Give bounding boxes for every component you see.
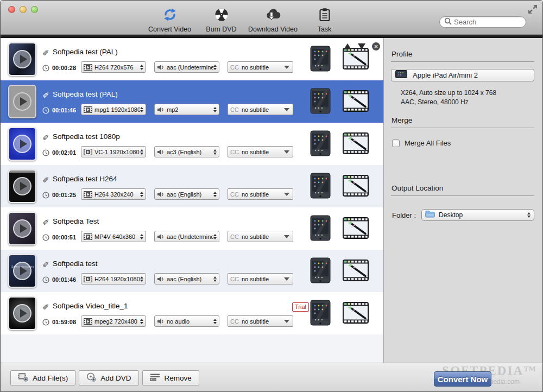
audio-track-select[interactable]: aac (English): [154, 188, 219, 200]
traffic-lights: [8, 6, 38, 13]
stepper-icon: [140, 192, 143, 197]
stepper-icon: [140, 149, 143, 155]
list-item[interactable]: ✎ Softpedia test (PAL) 00:01:46 mpg1 192…: [1, 80, 383, 123]
audio-track-select[interactable]: no audio: [154, 315, 219, 327]
audio-track-select[interactable]: aac (Undetermined): [154, 61, 219, 73]
video-format-select[interactable]: MP4V 640x360: [81, 231, 146, 242]
subtitle-select[interactable]: CC no subtitle: [228, 61, 293, 73]
stepper-icon: [140, 276, 143, 282]
audio-track-value: aac (Undetermined): [167, 64, 213, 71]
chevron-down-icon: [284, 235, 289, 238]
device-profile-icon[interactable]: [310, 215, 331, 243]
video-thumbnail[interactable]: [8, 169, 36, 203]
zoom-button[interactable]: [31, 6, 38, 13]
list-item[interactable]: Sweet memories ✎ Softpedia test 00:01:46…: [1, 250, 383, 292]
minimize-button[interactable]: [20, 6, 27, 13]
add-files-button[interactable]: Add File(s): [10, 370, 75, 385]
download-icon: [266, 8, 281, 24]
film-icon: [84, 149, 92, 155]
video-format-select[interactable]: mpeg2 720x480: [81, 315, 146, 327]
edit-video-icon[interactable]: [343, 302, 369, 326]
edit-title-icon[interactable]: ✎: [42, 174, 49, 184]
subtitle-select[interactable]: CC no subtitle: [228, 273, 293, 284]
clock-icon: [42, 191, 49, 201]
play-icon: [13, 135, 31, 153]
edit-video-icon[interactable]: [343, 217, 369, 241]
subtitle-value: no subtitle: [242, 106, 269, 113]
subtitle-select[interactable]: CC no subtitle: [228, 231, 293, 242]
edit-title-icon[interactable]: ✎: [42, 217, 49, 226]
move-up-button[interactable]: [344, 43, 351, 49]
play-icon: [13, 262, 31, 280]
subtitle-select[interactable]: CC no subtitle: [228, 188, 293, 200]
video-thumbnail[interactable]: Sweet memories: [8, 254, 36, 288]
merge-all-files-checkbox[interactable]: [392, 140, 400, 147]
profile-select-button[interactable]: Apple iPad Air/mini 2: [391, 69, 534, 81]
list-item[interactable]: ✎ Softpedia Video_title_1 Trial 01:59:08…: [1, 292, 383, 334]
film-icon: [84, 276, 92, 282]
device-profile-icon[interactable]: [310, 257, 331, 286]
edit-video-icon[interactable]: [343, 175, 369, 199]
toolbar-task[interactable]: Task: [299, 8, 350, 33]
remove-item-button[interactable]: ✕: [372, 42, 380, 50]
remove-button[interactable]: Remove: [142, 370, 199, 385]
toolbar-convert-video[interactable]: Convert Video: [144, 8, 195, 33]
toolbar-download-video[interactable]: Download Video: [247, 8, 299, 33]
output-folder-select[interactable]: Desktop: [421, 209, 534, 221]
subtitle-select[interactable]: CC no subtitle: [228, 104, 293, 115]
subtitle-select[interactable]: CC no subtitle: [228, 146, 293, 157]
video-format-select[interactable]: mpg1 1920x1080: [81, 104, 146, 115]
video-format-select[interactable]: H264 720x576: [81, 61, 146, 73]
video-thumbnail[interactable]: [8, 85, 36, 118]
video-thumbnail[interactable]: [8, 42, 36, 76]
device-profile-icon[interactable]: [310, 46, 331, 74]
edit-video-icon[interactable]: [343, 48, 369, 72]
edit-title-icon[interactable]: ✎: [42, 259, 49, 269]
stepper-icon: [140, 234, 143, 239]
toolbar-burn-dvd[interactable]: Burn DVD: [195, 8, 247, 33]
chevron-down-icon: [284, 108, 289, 111]
move-down-button[interactable]: [358, 43, 365, 49]
divider: [391, 195, 534, 196]
video-thumbnail[interactable]: [8, 296, 36, 330]
video-format-select[interactable]: H264 1920x1080: [81, 273, 146, 284]
search-input[interactable]: [454, 18, 519, 26]
audio-track-select[interactable]: ac3 (English): [154, 146, 219, 157]
edit-video-icon[interactable]: [343, 260, 369, 283]
device-profile-icon[interactable]: [310, 300, 331, 328]
divider: [391, 128, 534, 128]
device-profile-icon[interactable]: [310, 130, 331, 159]
device-profile-icon[interactable]: [310, 173, 331, 201]
convert-now-button[interactable]: Convert Now: [434, 371, 491, 387]
search-field[interactable]: [439, 16, 526, 28]
device-profile-icon[interactable]: [310, 88, 331, 116]
edit-video-icon[interactable]: [343, 90, 369, 114]
audio-track-select[interactable]: aac (Undetermined): [154, 231, 219, 242]
speaker-icon: [157, 233, 165, 240]
close-button[interactable]: [8, 6, 15, 13]
edit-video-icon[interactable]: [343, 132, 369, 156]
edit-title-icon[interactable]: ✎: [42, 301, 49, 311]
duration-label: 01:59:08: [52, 319, 76, 325]
edit-title-icon[interactable]: ✎: [42, 90, 49, 99]
audio-track-select[interactable]: mp2: [154, 104, 219, 115]
fullscreen-icon[interactable]: [528, 4, 538, 16]
trial-badge: Trial: [292, 302, 309, 312]
video-format-select[interactable]: VC-1 1920x1080: [81, 146, 146, 157]
video-format-select[interactable]: H264 320x240: [81, 188, 146, 200]
audio-track-select[interactable]: aac (English): [154, 273, 219, 284]
edit-title-icon[interactable]: ✎: [42, 47, 49, 57]
list-item[interactable]: ✎ Softpedia Test 00:00:51 MP4V 640x360 a…: [1, 207, 383, 250]
subtitle-select[interactable]: CC no subtitle: [228, 315, 293, 327]
video-thumbnail[interactable]: [8, 212, 36, 245]
list-item[interactable]: ✎ Softpedia test H264 00:01:25 H264 320x…: [1, 165, 383, 207]
video-thumbnail[interactable]: [8, 127, 36, 161]
list-item[interactable]: ✎ Softpedia test (PAL) 00:00:28 H264 720…: [1, 38, 383, 80]
add-dvd-button[interactable]: Add DVD: [79, 370, 138, 385]
toolbar: Convert Video Burn DVD: [1, 1, 542, 35]
audio-track-value: mp2: [167, 106, 178, 113]
video-format-value: mpg1 1920x1080: [94, 106, 140, 113]
edit-title-icon[interactable]: ✎: [42, 132, 49, 142]
duration-label: 00:02:01: [52, 149, 76, 156]
list-item[interactable]: ✎ Softpedia test 1080p 00:02:01 VC-1 192…: [1, 123, 383, 165]
